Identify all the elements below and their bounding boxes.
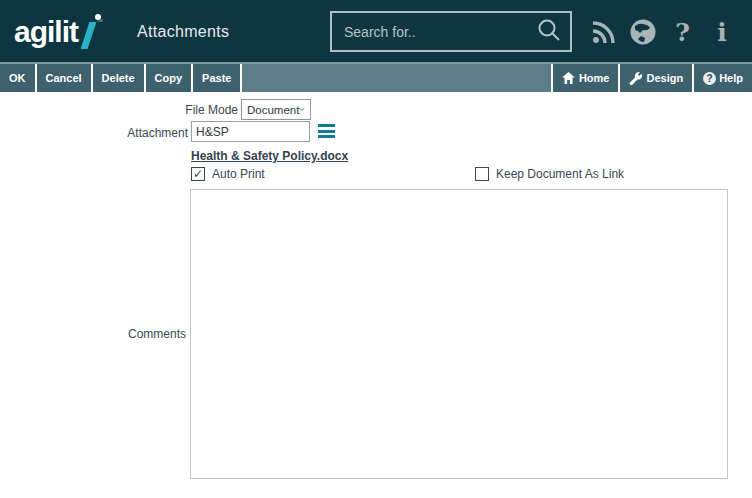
paste-button[interactable]: Paste [193,64,242,92]
keep-document-as-link-checkbox[interactable]: ✓ [475,167,489,181]
header-icon-group: ? i [588,15,738,49]
auto-print-label: Auto Print [212,167,265,181]
home-icon [562,72,575,84]
rss-icon[interactable] [588,16,620,48]
file-mode-value: Document [247,104,299,116]
help-icon[interactable]: ? [667,16,699,48]
toolbar: OK Cancel Delete Copy Paste Home Design … [0,62,752,92]
chevron-down-icon [299,106,305,113]
comments-label: Comments [80,327,186,341]
search-input[interactable] [332,13,536,50]
attachment-menu-icon[interactable] [318,124,335,138]
search-icon[interactable] [536,17,562,47]
wrench-icon [629,72,642,85]
logo-text: agilit [14,12,78,52]
info-icon[interactable]: i [706,16,738,48]
app-window: agilit ™ Attachments [0,0,752,498]
page-title: Attachments [137,23,229,41]
comments-textarea[interactable] [190,189,728,479]
help-button[interactable]: ? Help [694,64,752,92]
keep-link-row: ✓ Keep Document As Link [475,167,624,181]
toolbar-spacer [242,64,550,92]
ok-button[interactable]: OK [0,64,37,92]
cancel-button[interactable]: Cancel [37,64,93,92]
home-button[interactable]: Home [551,64,621,92]
search-box[interactable] [330,11,572,52]
file-mode-select[interactable]: Document [241,99,311,120]
logo-dot [95,14,101,20]
attachment-input[interactable] [191,121,310,142]
auto-print-checkbox[interactable]: ✓ [191,167,205,181]
keep-document-as-link-label: Keep Document As Link [496,167,624,181]
logo-slash-icon [81,22,97,49]
question-circle-icon: ? [703,72,716,85]
copy-button[interactable]: Copy [146,64,194,92]
app-header: agilit ™ Attachments [0,0,752,62]
app-logo: agilit ™ [14,10,103,54]
design-button[interactable]: Design [620,64,694,92]
delete-button[interactable]: Delete [93,64,146,92]
globe-icon[interactable] [627,16,659,48]
file-mode-label: File Mode [130,103,238,117]
document-link[interactable]: Health & Safety Policy.docx [191,149,348,163]
attachment-label: Attachment [80,126,188,140]
auto-print-row: ✓ Auto Print [191,167,265,181]
